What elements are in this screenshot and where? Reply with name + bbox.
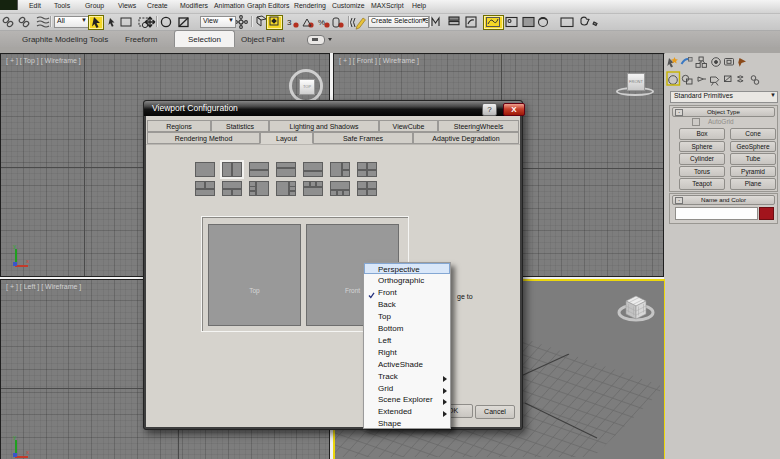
svg-text:3: 3 [287, 18, 292, 27]
svg-text:%: % [318, 18, 325, 27]
